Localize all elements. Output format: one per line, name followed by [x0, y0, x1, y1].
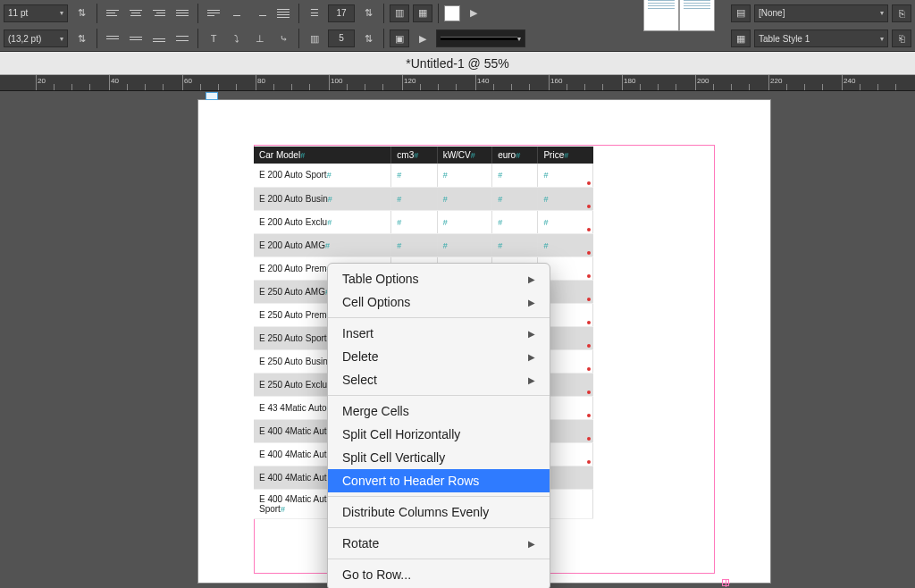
canvas-area[interactable]: Car Model#cm3#kW/CV#euro#Price# E 200 Au…: [0, 91, 915, 588]
leading-stepper-icon[interactable]: ⇅: [71, 29, 91, 47]
table-cell[interactable]: #: [437, 210, 492, 233]
align-top-left-icon[interactable]: [103, 4, 122, 22]
submenu-arrow-icon: ▶: [528, 329, 535, 339]
text-upside-icon[interactable]: ⊥: [250, 29, 270, 47]
thread-in-port-icon[interactable]: [206, 92, 218, 100]
menu-item[interactable]: Merge Cells: [328, 399, 550, 423]
table-header-cell[interactable]: euro#: [492, 147, 538, 164]
table-cell[interactable]: E 200 Auto Sport#: [254, 164, 391, 187]
merge-cells-icon[interactable]: ▦: [413, 4, 432, 22]
table-header-cell[interactable]: Price#: [538, 147, 593, 164]
cols-stepper-icon[interactable]: ⇅: [358, 29, 378, 47]
table-cell[interactable]: #: [538, 233, 593, 256]
menu-item[interactable]: Select▶: [328, 368, 550, 391]
table-cell[interactable]: E 200 Auto Exclu#: [254, 210, 391, 233]
fill-play-icon[interactable]: ▶: [464, 4, 483, 22]
extra2-icon[interactable]: ⎗: [892, 29, 911, 47]
table-cell[interactable]: #: [391, 187, 437, 210]
ruler-label: 100: [331, 77, 342, 85]
fill-swatch[interactable]: [444, 5, 460, 21]
valign-middle-icon[interactable]: [126, 29, 146, 47]
stroke-proxy-icon[interactable]: ▣: [390, 29, 409, 47]
table-cell[interactable]: #: [437, 233, 492, 256]
table-style-none-dropdown[interactable]: [None]▾: [754, 4, 888, 22]
submenu-arrow-icon: ▶: [528, 298, 535, 307]
table-cell[interactable]: #: [391, 210, 437, 233]
horizontal-ruler[interactable]: 20406080100120140160180200220240: [0, 75, 915, 91]
table-options-icon[interactable]: ▤: [731, 4, 751, 22]
menu-item[interactable]: Go to Row...: [328, 563, 550, 586]
table-row[interactable]: E 200 Auto Exclu#####: [254, 210, 593, 233]
font-size-dropdown[interactable]: 11 pt▾: [4, 4, 68, 22]
valign-justify-icon[interactable]: [172, 29, 192, 47]
menu-item[interactable]: Insert▶: [328, 322, 550, 345]
menu-item[interactable]: Cell Options▶: [328, 290, 550, 314]
extra-icon[interactable]: ⎘: [892, 4, 911, 22]
table-header-cell[interactable]: Car Model#: [254, 147, 391, 164]
align-top-center-icon[interactable]: [126, 4, 146, 22]
menu-item-label: Distribute Columns Evenly: [342, 505, 489, 519]
table-cell[interactable]: #: [437, 164, 492, 187]
table-header-cell[interactable]: cm3#: [391, 147, 437, 164]
menu-item-label: Select: [342, 373, 377, 387]
align-top-justify-icon[interactable]: [172, 4, 192, 22]
document-title: *Untitled-1 @ 55%: [406, 56, 508, 71]
menu-item[interactable]: Split Cell Horizontally: [328, 423, 550, 446]
rows-field[interactable]: 17: [328, 4, 355, 22]
table-row[interactable]: E 200 Auto Sport#####: [254, 164, 593, 187]
text-rotate-ccw-icon[interactable]: ⤷: [273, 29, 293, 47]
cell-style-icon[interactable]: ▦: [731, 29, 751, 47]
justify-right-icon[interactable]: [250, 4, 270, 22]
menu-item-label: Insert: [342, 326, 374, 340]
stepper-icon[interactable]: ⇅: [71, 4, 91, 22]
table-cell[interactable]: #: [492, 164, 538, 187]
text-T-icon[interactable]: T: [204, 29, 223, 47]
table-cell[interactable]: #: [538, 210, 593, 233]
table-cell[interactable]: E 200 Auto AMG#: [254, 233, 391, 256]
menu-item-label: Convert to Header Rows: [342, 474, 479, 488]
merge-none-icon[interactable]: ▥: [390, 4, 409, 22]
menu-item[interactable]: Delete▶: [328, 345, 550, 368]
valign-top-icon[interactable]: [103, 29, 122, 47]
submenu-arrow-icon: ▶: [528, 375, 535, 385]
cols-field[interactable]: 5: [328, 29, 355, 47]
justify-all-icon[interactable]: [273, 4, 293, 22]
table-cell[interactable]: #: [437, 187, 492, 210]
submenu-arrow-icon: ▶: [528, 539, 535, 549]
table-row[interactable]: E 200 Auto AMG#####: [254, 233, 593, 256]
table-cell[interactable]: #: [538, 187, 593, 210]
menu-item[interactable]: Distribute Columns Evenly: [328, 500, 550, 524]
rows-stepper-icon[interactable]: ⇅: [358, 4, 378, 22]
table-cell[interactable]: #: [492, 233, 538, 256]
stroke-style-dropdown[interactable]: ▾: [436, 29, 525, 47]
align-top-right-icon[interactable]: [149, 4, 169, 22]
text-rotate-cw-icon[interactable]: ⤵: [227, 29, 247, 47]
menu-item[interactable]: Split Cell Vertically: [328, 446, 550, 469]
table-cell[interactable]: #: [538, 164, 593, 187]
valign-bottom-icon[interactable]: [149, 29, 169, 47]
ruler-label: 240: [844, 77, 855, 85]
table-header-cell[interactable]: kW/CV#: [437, 147, 492, 164]
ruler-label: 180: [624, 77, 635, 85]
justify-center-icon[interactable]: [227, 4, 247, 22]
menu-item-label: Go to Row...: [342, 567, 411, 582]
table-cell[interactable]: #: [492, 210, 538, 233]
control-panel: 11 pt▾ ⇅ ☰ 17 ⇅ ▥ ▦ ▶ ▤ [None]▾ ⎘ (13,2 …: [0, 0, 915, 52]
table-cell[interactable]: #: [391, 164, 437, 187]
ruler-label: 220: [770, 77, 782, 85]
table-style-dropdown[interactable]: Table Style 1▾: [754, 29, 888, 47]
overset-text-icon[interactable]: [722, 579, 729, 586]
table-row[interactable]: E 200 Auto Busin#####: [254, 187, 593, 210]
menu-item[interactable]: Convert to Header Rows: [328, 469, 550, 492]
justify-left-icon[interactable]: [204, 4, 223, 22]
table-cell[interactable]: #: [492, 187, 538, 210]
menu-item-label: Cell Options: [342, 295, 410, 309]
table-cell[interactable]: E 200 Auto Busin#: [254, 187, 391, 210]
table-cell[interactable]: #: [391, 233, 437, 256]
stroke-play-icon[interactable]: ▶: [413, 29, 432, 47]
menu-item-label: Merge Cells: [342, 404, 409, 418]
leading-dropdown[interactable]: (13,2 pt)▾: [4, 29, 68, 47]
ruler-label: 160: [550, 77, 562, 85]
menu-item[interactable]: Table Options▶: [328, 267, 550, 290]
menu-item[interactable]: Rotate▶: [328, 532, 550, 555]
